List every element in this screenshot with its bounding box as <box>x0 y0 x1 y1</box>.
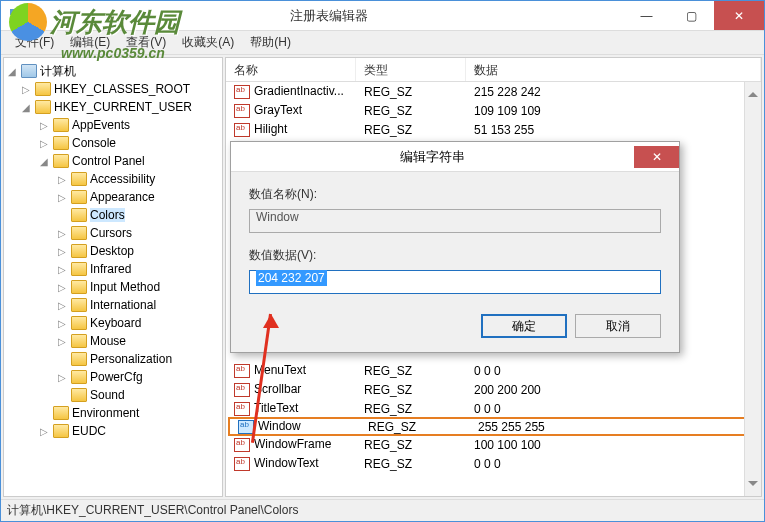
col-header-type[interactable]: 类型 <box>356 58 466 81</box>
tree-item[interactable]: ▷Desktop <box>6 242 220 260</box>
value-data: 109 109 109 <box>466 104 761 118</box>
value-type: REG_SZ <box>356 123 466 137</box>
menu-file[interactable]: 文件(F) <box>9 32 60 53</box>
app-icon <box>9 8 25 24</box>
menu-view[interactable]: 查看(V) <box>120 32 172 53</box>
tree-item[interactable]: Environment <box>6 404 220 422</box>
tree-label: Cursors <box>90 226 132 240</box>
expand-icon[interactable]: ▷ <box>56 246 68 257</box>
svg-rect-2 <box>10 17 16 23</box>
value-type: REG_SZ <box>356 104 466 118</box>
vertical-scrollbar[interactable] <box>744 82 761 496</box>
tree-item[interactable]: ▷Keyboard <box>6 314 220 332</box>
string-value-icon <box>234 457 250 471</box>
main-window: 河东软件园 www.pc0359.cn 注册表编辑器 — ▢ ✕ 文件(F) 编… <box>0 0 765 522</box>
tree-item[interactable]: ▷Infrared <box>6 260 220 278</box>
minimize-button[interactable]: — <box>624 1 669 30</box>
expand-icon[interactable]: ▷ <box>38 426 50 437</box>
tree-hkcr[interactable]: ▷HKEY_CLASSES_ROOT <box>6 80 220 98</box>
expand-icon[interactable]: ▷ <box>56 282 68 293</box>
dialog-close-button[interactable]: ✕ <box>634 146 679 168</box>
menu-help[interactable]: 帮助(H) <box>244 32 297 53</box>
expand-icon[interactable]: ▷ <box>38 120 50 131</box>
collapse-icon[interactable]: ◢ <box>20 102 32 113</box>
folder-icon <box>71 352 87 366</box>
cancel-button[interactable]: 取消 <box>575 314 661 338</box>
expand-icon[interactable]: ▷ <box>56 318 68 329</box>
tree-item[interactable]: ▷Console <box>6 134 220 152</box>
folder-icon <box>71 298 87 312</box>
tree-item[interactable]: Sound <box>6 386 220 404</box>
expand-icon[interactable]: ▷ <box>56 300 68 311</box>
expand-icon[interactable]: ▷ <box>56 264 68 275</box>
menu-edit[interactable]: 编辑(E) <box>64 32 116 53</box>
value-type: REG_SZ <box>356 383 466 397</box>
tree-item[interactable]: ▷Accessibility <box>6 170 220 188</box>
ok-button[interactable]: 确定 <box>481 314 567 338</box>
list-row[interactable]: HilightREG_SZ51 153 255 <box>226 120 761 139</box>
value-data-field[interactable]: 204 232 207 <box>249 270 661 294</box>
maximize-button[interactable]: ▢ <box>669 1 714 30</box>
string-value-icon <box>234 104 250 118</box>
value-data: 200 200 200 <box>466 383 761 397</box>
collapse-icon[interactable]: ◢ <box>38 156 50 167</box>
status-path: 计算机\HKEY_CURRENT_USER\Control Panel\Colo… <box>7 502 298 519</box>
tree-label: 计算机 <box>40 63 76 80</box>
tree-label: Input Method <box>90 280 160 294</box>
tree-item[interactable]: ◢Control Panel <box>6 152 220 170</box>
close-button[interactable]: ✕ <box>714 1 764 30</box>
list-row[interactable]: MenuTextREG_SZ0 0 0 <box>226 361 761 380</box>
expand-icon[interactable]: ▷ <box>38 138 50 149</box>
tree-item[interactable]: Personalization <box>6 350 220 368</box>
folder-icon <box>71 226 87 240</box>
folder-icon <box>71 208 87 222</box>
folder-icon <box>53 154 69 168</box>
tree-label: Sound <box>90 388 125 402</box>
tree-label: AppEvents <box>72 118 130 132</box>
tree-item[interactable]: ▷Input Method <box>6 278 220 296</box>
string-value-icon <box>234 383 250 397</box>
tree-item[interactable]: ▷Cursors <box>6 224 220 242</box>
tree-item[interactable]: ▷EUDC <box>6 422 220 440</box>
list-row[interactable]: GradientInactiv...REG_SZ215 228 242 <box>226 82 761 101</box>
value-name-text: Window <box>256 210 299 224</box>
list-row-window[interactable]: WindowREG_SZ255 255 255 <box>228 417 759 436</box>
expand-icon[interactable]: ▷ <box>56 336 68 347</box>
list-row[interactable]: TitleTextREG_SZ0 0 0 <box>226 399 761 418</box>
tree-item[interactable]: ▷Appearance <box>6 188 220 206</box>
list-row[interactable]: GrayTextREG_SZ109 109 109 <box>226 101 761 120</box>
collapse-icon[interactable]: ◢ <box>6 66 18 77</box>
value-type: REG_SZ <box>356 457 466 471</box>
registry-tree[interactable]: ◢计算机 ▷HKEY_CLASSES_ROOT ◢HKEY_CURRENT_US… <box>3 57 223 497</box>
value-type: REG_SZ <box>356 438 466 452</box>
tree-item[interactable]: ▷International <box>6 296 220 314</box>
tree-label: Environment <box>72 406 139 420</box>
tree-label: Appearance <box>90 190 155 204</box>
expand-icon[interactable]: ▷ <box>56 192 68 203</box>
expand-icon[interactable]: ▷ <box>20 84 32 95</box>
col-header-data[interactable]: 数据 <box>466 58 761 81</box>
value-name: GradientInactiv... <box>254 84 344 98</box>
dialog-titlebar[interactable]: 编辑字符串 ✕ <box>231 142 679 172</box>
tree-item[interactable]: ▷AppEvents <box>6 116 220 134</box>
tree-label: Accessibility <box>90 172 155 186</box>
expand-icon[interactable]: ▷ <box>56 372 68 383</box>
folder-icon <box>53 118 69 132</box>
tree-item-colors[interactable]: Colors <box>6 206 220 224</box>
tree-item[interactable]: ▷PowerCfg <box>6 368 220 386</box>
col-header-name[interactable]: 名称 <box>226 58 356 81</box>
list-row[interactable]: WindowTextREG_SZ0 0 0 <box>226 454 761 473</box>
tree-label: Keyboard <box>90 316 141 330</box>
expand-icon[interactable]: ▷ <box>56 174 68 185</box>
tree-root[interactable]: ◢计算机 <box>6 62 220 80</box>
tree-hkcu[interactable]: ◢HKEY_CURRENT_USER <box>6 98 220 116</box>
folder-icon <box>71 172 87 186</box>
folder-icon <box>53 406 69 420</box>
tree-item[interactable]: ▷Mouse <box>6 332 220 350</box>
menubar: 文件(F) 编辑(E) 查看(V) 收藏夹(A) 帮助(H) <box>1 31 764 55</box>
menu-favorites[interactable]: 收藏夹(A) <box>176 32 240 53</box>
expand-icon[interactable]: ▷ <box>56 228 68 239</box>
list-row[interactable]: ScrollbarREG_SZ200 200 200 <box>226 380 761 399</box>
tree-label: Control Panel <box>72 154 145 168</box>
list-row[interactable]: WindowFrameREG_SZ100 100 100 <box>226 435 761 454</box>
